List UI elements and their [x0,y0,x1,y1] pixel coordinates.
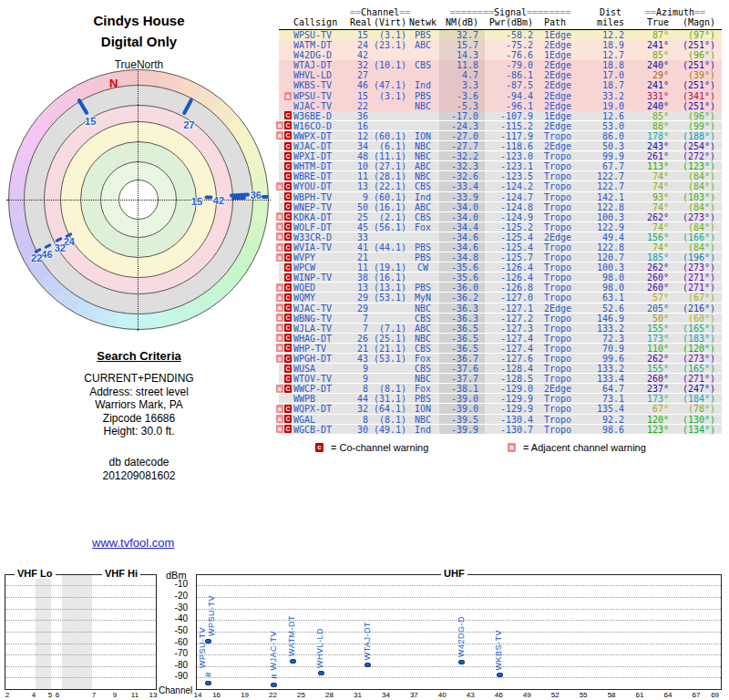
power-cell: -118.6 [485,141,538,150]
station-callsign-label: WPSU-TV [198,627,207,668]
table-row: WTAJ-DT32(10.1)CBS11.8-79.02Edge18.8240°… [279,60,722,70]
uhf-channel-tick: 22 [269,691,277,699]
path-cell: 2Edge [538,121,581,130]
group-header-cell [279,7,350,17]
warning-cell: aC [279,242,292,252]
virtual-channel-cell: (10.1) [368,60,406,70]
virtual-channel-cell: (22.1) [368,181,406,190]
station-callsign-label: WPSU-TV [207,595,216,636]
path-cell: 2Edge [538,141,581,150]
warning-cell: aC [279,121,292,130]
gridline [5,597,156,598]
warning-cell: C [279,374,292,383]
callsign-cell: WTOV-TV [292,374,350,383]
network-cell: Fox [406,354,439,363]
path-cell: Tropo [538,293,581,302]
callsign-cell: WBNG-TV [292,314,350,323]
power-cell: -127.4 [485,344,538,353]
tvfool-link[interactable]: www.tvfool.com [92,536,174,550]
magnetic-azimuth-cell: (97°) [669,30,718,40]
callsign-cell: WJLA-TV [292,324,350,333]
warning-cell: C [279,151,292,160]
warning-cell: a [279,91,292,101]
callsign-cell: KDKA-DT [292,212,350,221]
group-header-cell: ==Channel== [350,7,406,17]
callsign-cell: WGAL [292,415,350,424]
noise-margin-cell: -5.3 [439,101,485,111]
real-channel-cell: 8 [350,415,368,424]
callsign-cell: WBRE-DT [292,171,350,180]
distance-cell: 133.2 [581,324,632,333]
real-channel-cell: 7 [350,324,368,333]
uhf-channel-tick: 31 [354,691,362,699]
gridline [5,585,156,586]
table-row: aCWGAL8(8.1)NBC-39.5-130.4Tropo92.2120°(… [279,415,722,425]
adjacent-channel-warning-icon: a [276,355,283,363]
distance-cell: 98.0 [581,273,632,282]
noise-margin-cell: 15.7 [439,40,485,50]
true-azimuth-cell: 178° [632,131,669,140]
co-channel-warning-icon: C [284,405,292,413]
real-channel-cell: 12 [350,131,368,140]
adjacent-channel-warning-icon: a [276,405,283,413]
warning-cell: aC [279,384,292,393]
magnetic-azimuth-cell: (165°) [669,364,718,373]
real-channel-cell: 8 [350,384,368,393]
warning-cell: aC [279,344,292,353]
path-cell: Tropo [538,364,581,373]
table-row: CWHTM-DT10(27.1)ABC-32.3-123.1Tropo67.71… [279,161,722,171]
column-header: Pwr(dBm) [485,17,538,29]
noise-margin-cell: -34.6 [439,242,485,252]
dbm-tick-label: -80 [162,660,188,670]
warning-cell: aC [279,354,292,363]
power-cell: -123.0 [485,151,538,160]
network-cell: CBS [406,181,439,190]
dbm-tick-label: -40 [162,613,188,623]
adjacent-channel-warning-icon: a [276,222,283,231]
true-azimuth-cell: 241° [632,80,669,90]
uhf-channel-tick: 19 [241,691,249,699]
virtual-channel-cell: (8.1) [368,384,406,393]
distance-cell: 142.1 [581,192,632,201]
callsign-cell: WQMY [292,293,350,302]
path-cell: 2Edge [538,101,581,111]
magnetic-azimuth-cell: (134°) [669,425,718,434]
network-cell: CBS [406,314,439,323]
real-channel-cell: 21 [350,252,368,262]
noise-margin-cell: -36.2 [439,293,485,302]
warning-cell: aC [279,314,292,323]
path-cell: Tropo [538,324,581,333]
db-datecode-label: db datecode [0,456,278,469]
path-cell: 2Edge [538,40,581,50]
callsign-cell: WHVL-LD [292,70,350,80]
warning-legend: c = Co-channel warning a = Adjacent chan… [279,442,722,455]
gridline [5,609,156,610]
path-cell: Tropo [538,374,581,383]
power-cell: -125.4 [485,232,538,242]
uhf-label: UHF [441,568,467,579]
magnetic-azimuth-cell: (123°) [669,161,718,170]
real-channel-cell: 21 [350,344,368,353]
power-cell: -130.4 [485,415,538,424]
co-channel-warning-icon: C [284,192,292,201]
network-cell: ABC [406,40,439,50]
network-cell: ABC [406,202,439,211]
radar-east-axis [6,200,271,201]
callsign-cell: WGCB-DT [292,425,350,434]
real-channel-cell: 9 [350,192,368,201]
table-group-header: ==Channel==========Signal========Dist==A… [279,7,722,17]
true-azimuth-cell: 185° [632,252,669,262]
path-cell: Tropo [538,202,581,211]
path-cell: 1Edge [538,30,581,40]
co-channel-warning-icon: C [284,212,292,221]
callsign-cell: WPCW [292,262,350,272]
warning-cell [279,80,292,90]
distance-cell: 99.6 [581,354,632,363]
magnetic-azimuth-cell: (84°) [669,222,718,232]
table-row: aCKDKA-DT25(2.1)CBS-34.0-124.9Tropo100.3… [279,212,722,222]
distance-cell: 122.9 [581,222,632,232]
tvfool-signal-report: Cindys House Digital Only TrueNorth 1527… [0,0,729,700]
virtual-channel-cell: (2.1) [368,212,406,221]
power-cell: -123.5 [485,171,538,180]
warning-cell [279,30,292,40]
